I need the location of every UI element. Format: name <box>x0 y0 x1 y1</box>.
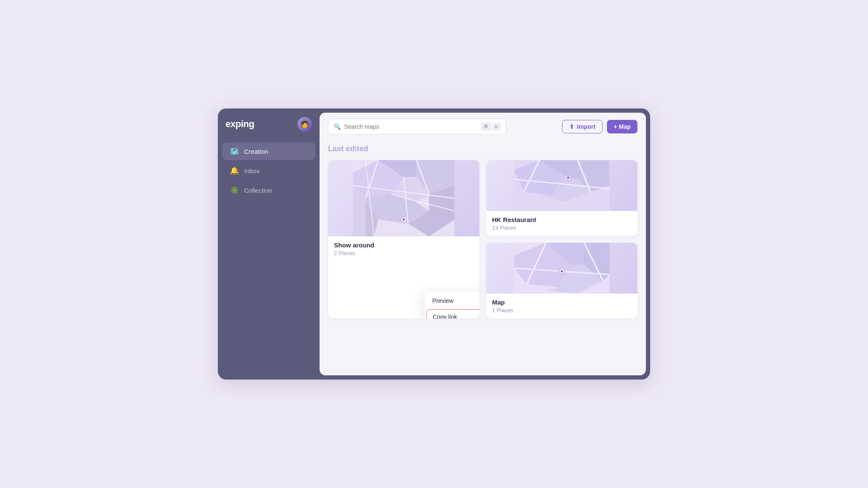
sidebar-item-collection[interactable]: ✳️ Collection <box>222 181 315 199</box>
main-content: 🔍 ⌘ K ⬆ Import + Map Last edited <box>320 113 646 375</box>
context-menu: Preview Copy link Share Change cover Dup… <box>425 291 479 319</box>
map-card-places-show-around: 2 Places <box>334 250 473 256</box>
kbd-k: K <box>492 123 501 130</box>
map-card-hk-restaurant[interactable]: HK Restaurant 13 Places <box>486 160 637 236</box>
search-icon: 🔍 <box>334 123 341 130</box>
context-menu-preview[interactable]: Preview <box>425 293 479 308</box>
map-thumbnail-hk-restaurant <box>486 160 637 211</box>
map-card-title-hk-restaurant: HK Restaurant <box>492 216 632 223</box>
import-icon: ⬆ <box>569 123 574 130</box>
map-card-places-hk-restaurant: 13 Places <box>492 225 632 231</box>
import-label: Import <box>577 123 595 130</box>
topbar-actions: ⬆ Import + Map <box>562 120 637 133</box>
cards-grid: Show around 2 Places Preview Copy link S… <box>328 160 637 319</box>
search-box[interactable]: 🔍 ⌘ K <box>328 119 506 134</box>
map-card-title-map: Map <box>492 299 632 306</box>
new-map-label: + Map <box>614 123 631 130</box>
avatar[interactable]: 🧑 <box>298 117 312 131</box>
sidebar-label-inbox: Inbox <box>244 167 260 175</box>
scroll-area: Last edited <box>320 140 646 375</box>
map-thumbnail-show-around <box>328 160 479 236</box>
svg-point-26 <box>567 176 570 179</box>
map-card-map[interactable]: Map 1 Places <box>486 243 637 319</box>
map-card-title-show-around: Show around <box>334 241 473 249</box>
map-card-info-hk-restaurant: HK Restaurant 13 Places <box>486 211 637 236</box>
sidebar-header: exping 🧑 <box>218 117 320 141</box>
map-card-show-around[interactable]: Show around 2 Places Preview Copy link S… <box>328 160 479 319</box>
app-logo: exping <box>225 119 254 130</box>
app-window: exping 🧑 🗺️ Creation 🔔 Inbox ✳️ Collecti… <box>218 108 650 380</box>
search-input[interactable] <box>344 123 478 130</box>
map-card-places-map: 1 Places <box>492 307 632 313</box>
svg-point-16 <box>403 218 405 221</box>
creation-icon: 🗺️ <box>230 147 239 156</box>
topbar: 🔍 ⌘ K ⬆ Import + Map <box>320 113 646 140</box>
import-button[interactable]: ⬆ Import <box>562 120 603 133</box>
collection-icon: ✳️ <box>230 186 239 195</box>
sidebar: exping 🧑 🗺️ Creation 🔔 Inbox ✳️ Collecti… <box>218 108 320 380</box>
sidebar-label-creation: Creation <box>244 148 268 155</box>
sidebar-item-creation[interactable]: 🗺️ Creation <box>222 142 315 160</box>
svg-point-36 <box>561 270 563 273</box>
inbox-icon: 🔔 <box>230 166 239 175</box>
section-title: Last edited <box>328 144 637 153</box>
new-map-button[interactable]: + Map <box>607 120 637 133</box>
context-menu-copy-link[interactable]: Copy link <box>426 309 479 319</box>
map-card-info-show-around: Show around 2 Places <box>328 236 479 261</box>
sidebar-item-inbox[interactable]: 🔔 Inbox <box>222 162 315 180</box>
kbd-cmd: ⌘ <box>481 122 491 130</box>
map-thumbnail-map <box>486 243 637 294</box>
sidebar-label-collection: Collection <box>244 187 272 194</box>
kbd-hint: ⌘ K <box>481 122 501 130</box>
map-card-info-map: Map 1 Places <box>486 294 637 319</box>
